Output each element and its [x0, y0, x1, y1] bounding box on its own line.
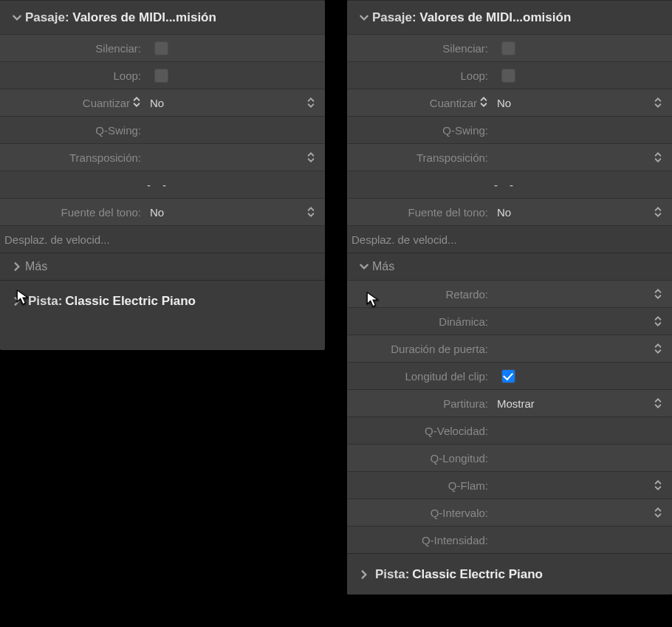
up-down-caret-icon — [651, 287, 665, 301]
pista-header[interactable]: Pista: Classic Electric Piano — [347, 553, 672, 595]
up-down-caret-icon — [651, 205, 665, 219]
cuantizar-value: No — [144, 97, 304, 109]
loop-checkbox[interactable] — [501, 69, 515, 83]
qintensidad-row[interactable]: Q-Intensidad: — [347, 526, 672, 553]
mas-label: Más — [25, 260, 47, 273]
pasaje-label: Pasaje: — [372, 10, 419, 24]
up-down-caret-icon — [651, 151, 665, 164]
pasaje-header[interactable]: Pasaje: Valores de MIDI...omisión — [347, 0, 672, 34]
silenciar-row: Silenciar: — [0, 34, 325, 61]
cuantizar-value: No — [491, 97, 651, 109]
ticks-row: - - — [347, 171, 672, 198]
region-inspector-expanded: Pasaje: Valores de MIDI...omisión Silenc… — [347, 0, 672, 595]
pista-value: Classic Electric Piano — [65, 294, 196, 309]
loop-checkbox[interactable] — [154, 69, 168, 83]
longitud-clip-checkbox[interactable] — [501, 369, 515, 383]
pista-label: Pista: — [375, 567, 409, 582]
qint-label: Q-Intervalo: — [347, 507, 491, 519]
fuente-label: Fuente del tono: — [347, 206, 491, 219]
chevron-down-icon — [12, 13, 25, 23]
pista-value: Classic Electric Piano — [412, 567, 543, 582]
qintervalo-row[interactable]: Q-Intervalo: — [347, 498, 672, 526]
pasaje-header[interactable]: Pasaje: Valores de MIDI...misión — [0, 0, 325, 34]
pasaje-label: Pasaje: — [25, 10, 72, 24]
desplaz-row[interactable]: Desplaz. de velocid... — [0, 225, 325, 253]
partitura-value: Mostrar — [491, 397, 651, 410]
ticks-row: - - — [0, 171, 325, 198]
cuantizar-row[interactable]: Cuantizar No — [347, 89, 672, 116]
transposicion-label: Transposición: — [0, 151, 144, 164]
retardo-label: Retardo: — [347, 288, 491, 301]
mas-header-expanded[interactable]: Más — [347, 253, 672, 280]
qflam-row[interactable]: Q-Flam: — [347, 471, 672, 498]
transposicion-label: Transposición: — [347, 151, 491, 164]
ticks-value: - - — [347, 179, 665, 191]
transposicion-row[interactable]: Transposición: — [347, 143, 672, 171]
chevron-right-icon — [359, 569, 375, 580]
desplaz-label: Desplaz. de velocid... — [4, 233, 110, 246]
up-down-caret-icon — [651, 506, 665, 519]
chevron-down-icon — [359, 13, 372, 23]
pista-label: Pista: — [28, 294, 62, 309]
fuente-label: Fuente del tono: — [0, 206, 144, 219]
ticks-value: - - — [0, 179, 318, 191]
cuantizar-label: Cuantizar — [430, 97, 477, 109]
mas-label: Más — [372, 260, 394, 273]
chevron-down-icon — [359, 261, 372, 272]
partitura-label: Partitura: — [347, 397, 491, 410]
qvel-label: Q-Velocidad: — [347, 425, 491, 437]
silenciar-row: Silenciar: — [347, 34, 672, 61]
silenciar-checkbox[interactable] — [501, 41, 515, 55]
dinamica-row[interactable]: Dinámica: — [347, 307, 672, 335]
region-inspector-collapsed: Pasaje: Valores de MIDI...misión Silenci… — [0, 0, 325, 350]
transposicion-row[interactable]: Transposición: — [0, 143, 325, 171]
loop-label: Loop: — [347, 69, 491, 82]
up-down-caret-icon — [132, 95, 141, 111]
pasaje-value: Valores de MIDI...misión — [72, 10, 216, 24]
up-down-caret-icon — [304, 96, 318, 109]
cuantizar-row[interactable]: Cuantizar No — [0, 89, 325, 116]
loop-row: Loop: — [347, 61, 672, 89]
retardo-row[interactable]: Retardo: — [347, 280, 672, 307]
silenciar-checkbox[interactable] — [154, 41, 168, 55]
up-down-caret-icon — [651, 315, 665, 328]
qswing-label: Q-Swing: — [347, 124, 491, 137]
qlong-label: Q-Longitud: — [347, 452, 491, 465]
qswing-label: Q-Swing: — [0, 124, 144, 137]
silenciar-label: Silenciar: — [0, 42, 144, 55]
up-down-caret-icon — [651, 96, 665, 109]
qvelocidad-row[interactable]: Q-Velocidad: — [347, 417, 672, 444]
qswing-row[interactable]: Q-Swing: — [347, 116, 672, 143]
up-down-caret-icon — [651, 342, 665, 355]
chevron-right-icon — [12, 261, 25, 272]
qflam-label: Q-Flam: — [347, 479, 491, 492]
fuente-row[interactable]: Fuente del tono: No — [347, 198, 672, 225]
up-down-caret-icon — [304, 205, 318, 219]
fuente-value: No — [144, 206, 304, 219]
desplaz-row[interactable]: Desplaz. de velocid... — [347, 225, 672, 253]
qlongitud-row[interactable]: Q-Longitud: — [347, 444, 672, 471]
qintens-label: Q-Intensidad: — [347, 534, 491, 547]
longitud-clip-row: Longitud del clip: — [347, 362, 672, 389]
loop-label: Loop: — [0, 69, 144, 82]
cuantizar-label: Cuantizar — [83, 97, 130, 109]
fuente-value: No — [491, 206, 651, 219]
dinamica-label: Dinámica: — [347, 315, 491, 328]
duracion-row[interactable]: Duración de puerta: — [347, 335, 672, 362]
desplaz-label: Desplaz. de velocid... — [352, 233, 457, 246]
fuente-row[interactable]: Fuente del tono: No — [0, 198, 325, 225]
up-down-caret-icon — [651, 397, 665, 410]
longitud-clip-label: Longitud del clip: — [347, 370, 491, 383]
mas-header-collapsed[interactable]: Más — [0, 253, 325, 280]
pista-header[interactable]: Pista: Classic Electric Piano — [0, 280, 325, 321]
up-down-caret-icon — [651, 479, 665, 492]
pasaje-value: Valores de MIDI...omisión — [419, 10, 571, 24]
up-down-caret-icon — [304, 151, 318, 164]
silenciar-label: Silenciar: — [347, 42, 491, 55]
qswing-row[interactable]: Q-Swing: — [0, 116, 325, 143]
duracion-label: Duración de puerta: — [347, 343, 491, 355]
up-down-caret-icon — [479, 95, 488, 111]
partitura-row[interactable]: Partitura: Mostrar — [347, 389, 672, 417]
chevron-right-icon — [12, 296, 28, 306]
loop-row: Loop: — [0, 61, 325, 89]
